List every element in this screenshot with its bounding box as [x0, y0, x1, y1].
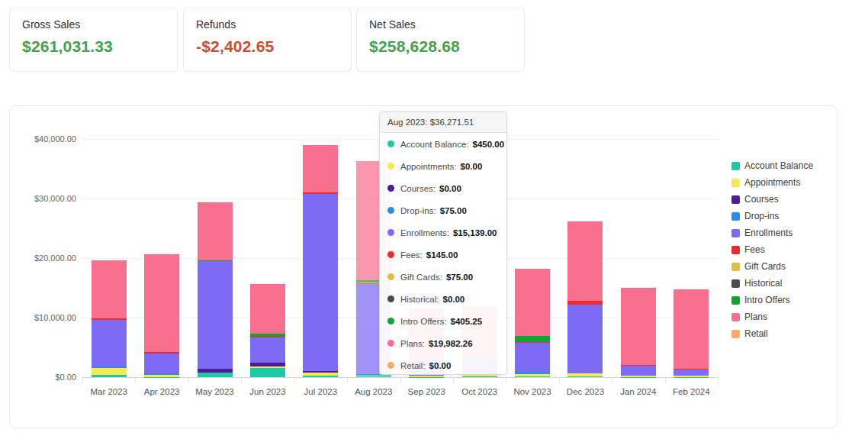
series-color-dot [387, 207, 394, 214]
tooltip-label: Account Balance: [400, 140, 469, 149]
bar-segment-appointments[interactable] [144, 375, 179, 377]
refunds-label: Refunds [196, 18, 339, 31]
tooltip-value: $15,139.00 [453, 228, 497, 237]
bar-segment-plans[interactable] [674, 289, 709, 368]
bar-segment-account_balance[interactable] [515, 376, 550, 377]
bar-segment-appointments[interactable] [621, 376, 656, 376]
bar-segment-account_balance[interactable] [198, 373, 233, 377]
bar-segment-enrollments[interactable] [198, 261, 233, 370]
bar-segment-appointments[interactable] [674, 376, 709, 377]
x-axis-label: Aug 2023 [347, 387, 400, 396]
tooltip-value: $0.00 [439, 184, 461, 193]
bar-segment-courses[interactable] [250, 363, 285, 366]
bar-segment-intro_offers[interactable] [515, 336, 550, 342]
bar-segment-plans[interactable] [250, 284, 285, 334]
legend-item-retail[interactable]: Retail [731, 328, 813, 339]
bar-segment-fees[interactable] [250, 337, 285, 337]
bar-segment-fees[interactable] [567, 301, 603, 305]
bar-segment-plans[interactable] [303, 145, 338, 192]
tooltip-label: Courses: [400, 184, 436, 193]
bar-segment-enrollments[interactable] [303, 194, 338, 371]
tooltip-label: Gift Cards: [400, 273, 442, 282]
bar-segment-enrollments[interactable] [144, 353, 179, 374]
bar-segment-appointments[interactable] [567, 373, 603, 376]
bar-segment-account_balance[interactable] [621, 377, 656, 378]
bar-segment-fees[interactable] [515, 342, 550, 343]
tooltip-row: Plans:$19,982.26 [380, 332, 506, 354]
legend-swatch-icon [731, 296, 740, 305]
tooltip-row: Drop-ins:$75.00 [380, 199, 506, 221]
legend-item-appointments[interactable]: Appointments [731, 177, 813, 188]
bar-segment-enrollments[interactable] [250, 337, 285, 363]
tooltip-value: $0.00 [442, 295, 465, 304]
legend-item-label: Retail [744, 328, 768, 339]
bar-segment-appointments[interactable] [515, 374, 550, 376]
bar-segment-fees[interactable] [303, 192, 338, 194]
bar-segment-drop_ins[interactable] [92, 366, 127, 368]
bar-segment-appointments[interactable] [92, 368, 127, 375]
bar-segment-plans[interactable] [198, 202, 233, 260]
refunds-value: -$2,402.65 [196, 37, 339, 56]
y-axis-label: $20,000.00 [34, 253, 82, 263]
legend-item-gift_cards[interactable]: Gift Cards [731, 261, 813, 272]
bar-segment-fees[interactable] [674, 369, 709, 370]
legend-item-plans[interactable]: Plans [731, 311, 813, 322]
bar-segment-drop_ins[interactable] [144, 373, 179, 374]
legend-item-courses[interactable]: Courses [731, 194, 813, 205]
legend-item-account_balance[interactable]: Account Balance [731, 160, 813, 171]
bar-segment-account_balance[interactable] [92, 375, 127, 377]
x-axis-tick [135, 377, 136, 383]
net-sales-label: Net Sales [369, 18, 512, 31]
legend-item-label: Account Balance [744, 160, 813, 171]
tooltip-row: Historical:$0.00 [380, 288, 506, 310]
x-axis-tick [294, 377, 295, 383]
tooltip-label: Enrollments: [400, 228, 449, 237]
tooltip-label: Intro Offers: [400, 317, 447, 326]
legend-item-fees[interactable]: Fees [731, 244, 813, 255]
x-axis-label: Jun 2023 [241, 387, 294, 396]
bar-segment-plans[interactable] [515, 269, 550, 337]
bar-segment-account_balance[interactable] [462, 376, 497, 377]
bar-segment-enrollments[interactable] [92, 320, 127, 366]
bar-segment-intro_offers[interactable] [198, 260, 233, 261]
legend-swatch-icon [731, 313, 740, 321]
legend-swatch-icon [731, 263, 740, 271]
legend-item-label: Enrollments [744, 228, 792, 238]
bar-segment-enrollments[interactable] [515, 343, 550, 372]
bar-segment-enrollments[interactable] [621, 366, 656, 376]
bar-segment-appointments[interactable] [303, 373, 338, 375]
legend-swatch-icon [731, 212, 740, 221]
bar-segment-account_balance[interactable] [250, 368, 285, 377]
bar-segment-account_balance[interactable] [409, 377, 444, 378]
bar-segment-enrollments[interactable] [674, 370, 709, 376]
bar-segment-drop_ins[interactable] [515, 372, 550, 374]
bar-segment-fees[interactable] [144, 352, 179, 353]
tooltip-value: $19,982.26 [429, 339, 473, 348]
legend-item-drop_ins[interactable]: Drop-ins [731, 211, 813, 221]
bar-segment-account_balance[interactable] [144, 377, 179, 378]
bar-segment-intro_offers[interactable] [250, 334, 285, 336]
tooltip-body: Account Balance:$450.00Appointments:$0.0… [380, 133, 506, 376]
legend-item-intro_offers[interactable]: Intro Offers [731, 295, 813, 305]
x-axis-label: Dec 2023 [559, 387, 612, 396]
bar-segment-appointments[interactable] [250, 366, 285, 368]
bar-segment-fees[interactable] [92, 318, 127, 320]
bar-segment-courses[interactable] [198, 369, 233, 372]
tooltip-row: Enrollments:$15,139.00 [380, 221, 506, 244]
tooltip-row: Account Balance:$450.00 [380, 133, 506, 155]
bar-segment-plans[interactable] [621, 288, 656, 365]
bar-segment-fees[interactable] [621, 365, 656, 366]
bar-segment-plans[interactable] [92, 260, 127, 318]
legend-item-enrollments[interactable]: Enrollments [731, 228, 813, 238]
bar-segment-plans[interactable] [567, 221, 603, 301]
bar-segment-account_balance[interactable] [674, 377, 709, 378]
bar-segment-account_balance[interactable] [567, 376, 603, 377]
legend-item-historical[interactable]: Historical [731, 278, 813, 289]
x-axis-label: Mar 2023 [82, 387, 135, 396]
bar-segment-plans[interactable] [144, 254, 179, 352]
bar-segment-account_balance[interactable] [303, 376, 338, 377]
gross-sales-card: Gross Sales $261,031.33 [9, 8, 178, 72]
bar-segment-courses[interactable] [303, 371, 338, 373]
legend-item-label: Fees [744, 244, 765, 255]
bar-segment-enrollments[interactable] [567, 305, 603, 373]
